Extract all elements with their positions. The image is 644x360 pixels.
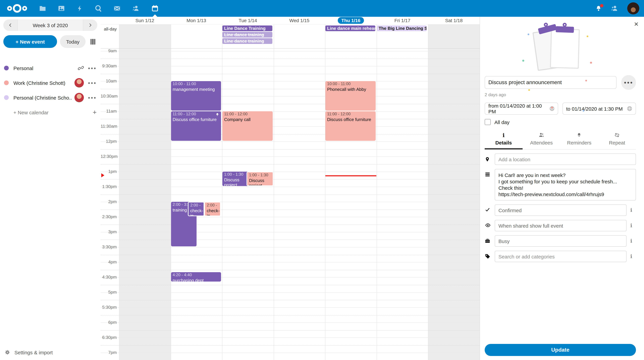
slot-line-minor <box>100 315 480 315</box>
notifications-bell-icon[interactable] <box>595 0 602 17</box>
event[interactable]: 10:00 - 11:00Phonecall with Abby <box>326 81 376 111</box>
day-column[interactable] <box>119 49 170 360</box>
event[interactable]: 11:00 - 12:00Discuss office furniture <box>326 111 376 141</box>
today-button[interactable]: Today <box>60 35 86 48</box>
talk-icon[interactable] <box>94 0 102 17</box>
event[interactable]: 1:00 - 1:30Discuss project <box>247 172 273 186</box>
settings-import[interactable]: Settings & import <box>0 345 100 360</box>
availability-select[interactable]: Busy <box>495 235 626 247</box>
calendar-menu-icon[interactable]: ●●● <box>88 66 96 70</box>
files-icon[interactable] <box>39 0 46 17</box>
info-icon[interactable]: i <box>626 251 636 259</box>
event[interactable]: 11:00 - 12:00Discuss office furniture <box>171 111 221 141</box>
tab-details[interactable]: i Details <box>485 130 522 149</box>
allday-event[interactable]: Line Dance Training <box>222 25 272 31</box>
slot-line-minor <box>100 179 480 179</box>
tab-repeat[interactable]: Repeat <box>598 130 636 149</box>
allday-event[interactable]: The Big Line Dancing Show <box>377 25 427 31</box>
event[interactable]: 1:00 - 1:30Discuss project announcement <box>222 172 248 186</box>
event-title: check-in <box>207 208 218 216</box>
reminder-bell-icon <box>215 113 219 117</box>
slot-line <box>100 126 480 127</box>
app-navigation <box>39 0 159 17</box>
contacts-icon[interactable] <box>132 0 140 17</box>
slot-line <box>100 111 480 112</box>
nextcloud-logo[interactable] <box>7 3 28 13</box>
day-column[interactable] <box>377 49 428 360</box>
event-start-input[interactable]: from 01/14/2020 at 1:00 PM <box>485 103 558 115</box>
week-label[interactable]: Week 3 of 2020 <box>18 19 83 31</box>
tab-reminders[interactable]: Reminders <box>560 130 598 149</box>
day-column[interactable] <box>222 49 274 360</box>
time-label: 9am <box>100 49 117 53</box>
share-link-icon[interactable] <box>78 65 84 71</box>
event[interactable]: 2:00 - 2:30check-in <box>204 202 221 216</box>
day-column[interactable] <box>274 24 325 48</box>
day-column[interactable] <box>274 49 325 360</box>
new-calendar-item[interactable]: + New calendar + <box>0 105 100 120</box>
event[interactable]: 10:00 - 11:00management meeting <box>171 81 221 111</box>
calendar-menu-icon[interactable]: ●●● <box>88 81 96 85</box>
contacts-menu-icon[interactable] <box>611 5 618 12</box>
slot-line <box>100 141 480 142</box>
event[interactable]: 4:20 - 4:40purchasing dept <box>171 272 221 282</box>
info-icon[interactable]: i <box>626 235 636 244</box>
checkbox-unchecked[interactable] <box>485 119 491 125</box>
event-time: 4:20 - 4:40 <box>172 273 219 278</box>
location-input[interactable] <box>495 154 636 165</box>
info-icon[interactable]: i <box>626 204 636 213</box>
allday-event[interactable]: Line dance training <box>222 38 272 44</box>
time-label: 10am <box>100 78 117 83</box>
next-week-button[interactable] <box>83 19 97 31</box>
calendar-icon[interactable] <box>151 0 159 17</box>
view-mode-icon[interactable] <box>88 35 97 48</box>
event-title: check-in <box>190 208 202 216</box>
mail-icon[interactable] <box>113 0 121 17</box>
slot-line <box>100 353 480 353</box>
calendar-name: Personal (Christine Scho... <box>14 95 72 100</box>
slot-line-minor <box>100 285 480 285</box>
day-column[interactable] <box>170 24 222 48</box>
day-header: Wed 1/15 <box>274 17 325 24</box>
day-column[interactable] <box>428 49 480 360</box>
slot-line <box>100 66 480 66</box>
user-avatar[interactable] <box>627 2 639 14</box>
day-column[interactable] <box>428 24 480 48</box>
calendar-sidebar: Week 3 of 2020 + New event Today Persona… <box>0 17 100 360</box>
all-day-checkbox[interactable]: All day <box>485 119 636 125</box>
allday-event[interactable]: Line dance training <box>222 32 272 37</box>
calendar-item-personal-christine[interactable]: Personal (Christine Scho... ●●● <box>0 90 100 105</box>
time-label: 4pm <box>100 259 117 265</box>
status-select[interactable]: Confirmed <box>495 204 626 216</box>
info-icon[interactable]: i <box>626 220 636 229</box>
visibility-select[interactable]: When shared show full event <box>495 220 626 231</box>
calendar-item-personal[interactable]: Personal ●●● <box>0 61 100 75</box>
event[interactable]: 2:00 - 2:30check-in <box>188 202 204 216</box>
time-label: 12pm <box>100 139 117 144</box>
allday-event[interactable]: Line dance main rehearsal <box>326 25 375 31</box>
event[interactable]: 11:00 - 12:00Company call <box>222 111 272 141</box>
slot-line-minor <box>100 149 480 149</box>
day-header-today-pill: Thu 1/16 <box>338 17 364 24</box>
event-actions-menu-icon[interactable]: ●●● <box>621 75 636 90</box>
day-column[interactable] <box>119 24 170 48</box>
calendar-item-work-christine[interactable]: Work (Christine Schott) ●●● <box>0 75 100 90</box>
event-time: 1:00 - 1:30 <box>249 173 271 178</box>
new-event-button[interactable]: + New event <box>3 35 57 48</box>
new-calendar-label: + New calendar <box>14 109 90 115</box>
repeat-icon <box>614 132 620 138</box>
calendar-menu-icon[interactable]: ●●● <box>88 95 96 99</box>
event-end-input[interactable]: to 01/14/2020 at 1:30 PM <box>562 103 636 115</box>
photos-icon[interactable] <box>58 0 65 17</box>
update-button[interactable]: Update <box>485 344 636 356</box>
activity-icon[interactable] <box>76 0 83 17</box>
event-time: 11:00 - 12:00 <box>172 112 219 117</box>
slot-line-minor <box>100 240 480 240</box>
previous-week-button[interactable] <box>3 19 18 31</box>
tab-attendees[interactable]: Attendees <box>522 130 560 149</box>
description-textarea[interactable]: Hi Carl! are you in next week? I got som… <box>495 169 636 200</box>
categories-input[interactable] <box>495 251 626 262</box>
all-day-label: all-day <box>100 26 117 31</box>
event-title-input[interactable] <box>485 76 616 89</box>
plus-icon[interactable]: + <box>93 109 96 116</box>
